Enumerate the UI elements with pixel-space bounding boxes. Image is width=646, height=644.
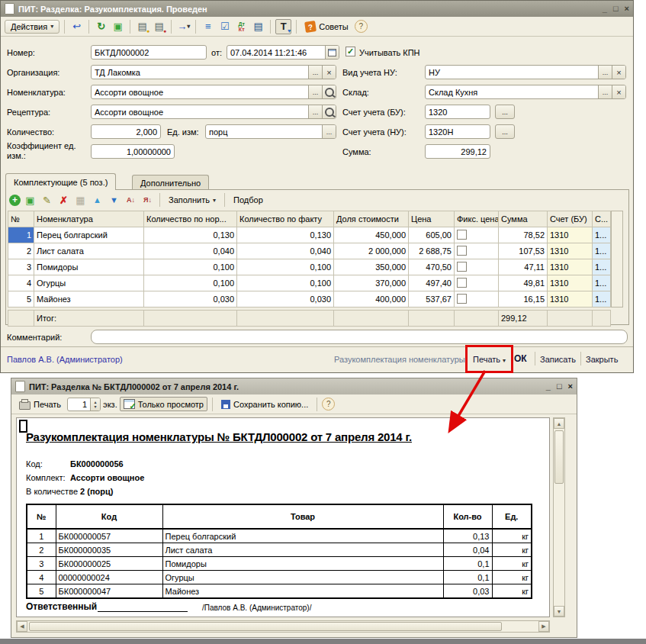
maximize-button[interactable]: □ [613,4,619,14]
tab-additional[interactable]: Дополнительно [132,175,209,191]
spinner-arrows[interactable]: ▴ ▾ [90,398,100,411]
share-cell[interactable]: 350,000 [334,259,409,275]
account-cell[interactable]: 1310 [548,275,593,291]
column-header[interactable]: Номенклатура [34,211,144,227]
qty-fact-cell[interactable]: 0,030 [237,291,334,308]
share-cell[interactable]: 450,000 [334,227,409,243]
help-icon[interactable]: ? [322,398,335,411]
fixed-price-cell[interactable] [455,227,499,243]
recipe-field[interactable]: Ассорти овощное ... [91,105,336,119]
responsible-value[interactable]: /Павлов А.В. (Администратор)/ [202,604,311,612]
goto-icon[interactable]: →▾ [176,20,191,34]
column-header[interactable]: Сумма [499,211,548,227]
kit-value[interactable]: Ассорти овощное [70,473,144,482]
sum-cell[interactable]: 47,11 [499,259,548,275]
pick-button[interactable]: Подбор [230,193,267,207]
code-cell[interactable]: БК000000025 [56,557,162,571]
row-number-cell[interactable]: 2 [27,543,56,557]
select-button[interactable]: ... [308,85,322,98]
save-copy-button[interactable]: Сохранить копию... [217,398,312,411]
view-only-toggle[interactable]: ✓ Только просмотр [120,397,207,411]
fill-menu-button[interactable]: Заполнить ▾ [165,193,220,207]
vertical-scrollbar[interactable]: ▲ ▼ [553,417,565,617]
kit-label[interactable]: Комплект: [26,473,66,482]
unit-cell[interactable]: кг [492,529,532,543]
clear-button[interactable]: × [612,85,625,98]
account-nu-select-button[interactable]: ... [495,124,515,139]
sort-ascending-icon[interactable]: А↓ [124,193,138,207]
unit-cell[interactable]: кг [492,571,532,584]
share-cell[interactable]: 400,000 [334,291,409,308]
scroll-down-button[interactable]: ▼ [554,606,564,617]
column-header[interactable]: Код [56,504,162,529]
tips-button[interactable]: ? Советы [301,19,352,34]
extra-cell[interactable]: 1... [593,275,611,291]
save-rows-icon[interactable]: ▦ [73,193,88,207]
column-header[interactable]: Фикс. цена [455,211,499,227]
scrollbar-thumb[interactable] [29,622,502,631]
qty-norm-cell[interactable]: 0,100 [144,275,237,291]
qty-norm-cell[interactable]: 0,030 [144,291,237,308]
fixed-price-cell[interactable] [455,275,499,291]
report-icon[interactable]: ▤ [251,20,265,34]
qty-cell[interactable]: 0,03 [443,584,492,599]
share-cell[interactable]: 2 000,000 [334,243,409,259]
unpost-document-icon[interactable]: ▤● [152,20,166,34]
maximize-button[interactable]: □ [557,382,562,391]
print-preview-print-button[interactable]: Печать [15,397,65,412]
nomenclature-cell[interactable]: Лист салата [34,243,144,259]
nomenclature-cell[interactable]: Перец болгарский [34,227,144,243]
edit-row-icon[interactable]: ✎ [40,193,54,207]
select-button[interactable]: ... [598,66,612,79]
dt-kt-accounting-icon[interactable]: Дт Кт [234,20,249,34]
column-header[interactable]: Цена [409,211,455,227]
spin-down-icon[interactable]: ▾ [95,404,97,409]
qty-cell[interactable]: 0,1 [443,557,492,571]
qty-fact-cell[interactable]: 0,130 [237,227,334,243]
select-button[interactable]: ... [308,105,322,118]
date-field[interactable]: 07.04.2014 11:21:46 [227,45,339,60]
row-number-cell[interactable]: 1 [27,529,56,543]
fixed-price-cell[interactable] [455,259,499,275]
select-button[interactable]: ... [322,125,336,138]
price-cell[interactable]: 537,67 [409,291,455,308]
sum-cell[interactable]: 16,15 [499,291,548,308]
scroll-right-button[interactable]: ▶ [538,621,549,632]
print-form-title[interactable]: Разукомплектация номенклатуры № БКТДЛ000… [26,430,412,443]
magnifier-button[interactable] [322,85,336,98]
checklist-icon[interactable]: ☑ [217,20,232,34]
nu-kind-field[interactable]: НУ ... × [425,65,626,79]
refresh-icon[interactable]: ↻ [94,20,108,34]
price-cell[interactable]: 470,50 [409,259,455,275]
scroll-up-button[interactable]: ▲ [554,418,564,429]
spreadsheet-document[interactable]: Разукомплектация номенклатуры № БКТДЛ000… [16,417,550,617]
code-cell[interactable]: 00000000024 [56,571,162,584]
coefficient-field[interactable]: 1,00000000 [91,144,175,159]
account-cell[interactable]: 1310 [548,243,593,259]
scrollbar-thumb[interactable] [554,430,564,484]
row-number-cell[interactable]: 5 [27,584,56,599]
tab-components[interactable]: Комплектующие (5 поз.) [5,173,116,190]
add-row-icon[interactable]: + [9,195,21,206]
extra-cell[interactable]: 1... [593,243,611,259]
sum-cell[interactable]: 107,53 [499,243,548,259]
row-number-cell[interactable]: 3 [8,259,34,275]
sum-cell[interactable]: 78,52 [499,227,548,243]
qty-fact-cell[interactable]: 0,100 [237,259,334,275]
goods-cell[interactable]: Перец болгарский [162,529,443,543]
sum-field[interactable]: 299,12 [425,144,490,159]
column-header[interactable]: Кол-во [443,504,492,529]
copy-document-icon[interactable]: ▣ [111,20,125,34]
extra-cell[interactable]: 1... [593,227,611,243]
qty-cell[interactable]: 0,1 [443,571,492,584]
code-cell[interactable]: БК000000035 [56,543,162,557]
row-number-cell[interactable]: 2 [8,243,34,259]
extra-cell[interactable]: 1... [593,291,611,308]
goods-cell[interactable]: Майонез [162,584,443,599]
help-icon[interactable]: ? [355,20,368,33]
actions-menu-button[interactable]: Действия ▾ [5,20,59,34]
list-structure-icon[interactable]: ≡ [201,20,215,34]
goods-cell[interactable]: Огурцы [162,571,443,584]
ok-button[interactable]: ОК [514,353,527,364]
fixed-price-checkbox[interactable] [457,294,467,304]
